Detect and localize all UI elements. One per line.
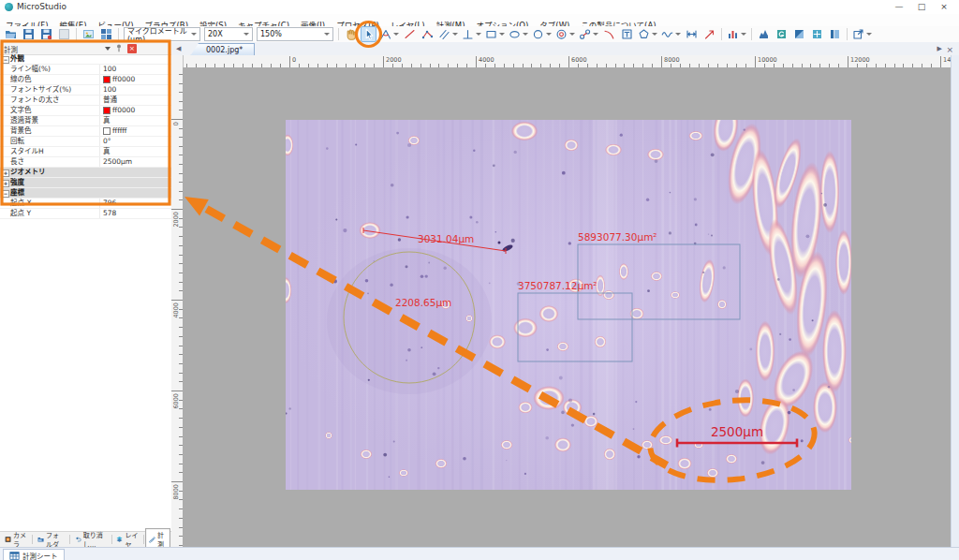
save-as-icon	[40, 28, 52, 40]
hist2-icon	[775, 28, 788, 40]
concentric-circle-tool[interactable]	[554, 26, 576, 42]
expand-collapse-icon[interactable]: −	[2, 190, 9, 198]
ruler-tick	[171, 300, 183, 301]
select-tool[interactable]	[361, 26, 376, 42]
panel-tab-label: フォルダ	[46, 530, 65, 549]
property-row-15[interactable]: 起点 Y578	[0, 209, 171, 219]
pin-icon[interactable]	[114, 43, 124, 53]
property-row-14[interactable]: 起点 X796	[0, 199, 171, 209]
polyline-tool[interactable]	[420, 26, 435, 42]
panel-title: 計測	[4, 44, 18, 54]
property-row-2[interactable]: 線の色ff0000	[0, 75, 171, 85]
angle-tool[interactable]	[378, 26, 400, 42]
property-row-10[interactable]: 長さ2500µm	[0, 157, 171, 168]
open-file-button[interactable]	[3, 26, 19, 42]
prop-value[interactable]: ff0000	[100, 106, 135, 115]
circle-tool[interactable]	[531, 26, 553, 42]
prop-value[interactable]: 100	[100, 85, 116, 95]
prop-value[interactable]: ffffff	[100, 126, 127, 136]
rectangle-tool[interactable]	[484, 26, 506, 42]
histogram-tool[interactable]	[756, 26, 772, 42]
parallel-tool[interactable]	[437, 26, 459, 42]
prop-value[interactable]: 2500µm	[100, 157, 132, 167]
close-button[interactable]: ×	[933, 0, 955, 14]
export-button-disabled[interactable]	[56, 26, 72, 42]
perpendicular-tool[interactable]	[461, 26, 482, 42]
property-row-3[interactable]: フォントサイズ(%)100	[0, 85, 171, 96]
section-row-13[interactable]: −座標	[0, 188, 171, 199]
maximize-button[interactable]: □	[910, 0, 933, 14]
section-row-0[interactable]: −外観	[0, 54, 171, 65]
prop-value[interactable]: 真	[100, 147, 111, 156]
measurement-sheet-tab[interactable]: 計測シート	[3, 549, 65, 560]
prop-value[interactable]: 0°	[100, 137, 111, 146]
link-tool[interactable]	[578, 26, 599, 42]
property-row-4[interactable]: フォントの太さ普通	[0, 96, 171, 106]
prop-value[interactable]: 普通	[100, 96, 117, 105]
export2-icon	[852, 28, 864, 40]
expand-collapse-icon[interactable]: +	[2, 169, 9, 177]
minimize-button[interactable]: —	[888, 0, 910, 14]
prop-value[interactable]: 100	[100, 65, 116, 74]
export-region-tool[interactable]	[851, 26, 873, 42]
section-row-11[interactable]: +ジオメトリ	[0, 168, 171, 178]
expand-collapse-icon[interactable]: −	[2, 56, 9, 64]
image-canvas[interactable]	[183, 67, 951, 547]
property-row-9[interactable]: スタイルH真	[0, 147, 171, 157]
save-icon	[22, 28, 35, 40]
ruler-label: 2000	[172, 212, 180, 228]
measurement-panel: 計測 × −外観ライン幅(%)100線の色ff0000フォントサイズ(%)100…	[0, 42, 172, 531]
tile-view-button[interactable]	[98, 26, 114, 42]
vertical-scrollbar[interactable]	[951, 55, 959, 547]
save-button[interactable]	[21, 26, 37, 42]
prop-value[interactable]: ff0000	[100, 75, 135, 84]
chevron-down-icon	[523, 33, 528, 36]
pan-tool[interactable]	[343, 26, 359, 42]
levels-tool[interactable]	[791, 26, 807, 42]
prop-label: 線の色	[0, 75, 100, 84]
section-row-12[interactable]: +強度	[0, 178, 171, 188]
unit-dropdown[interactable]: マイクロメートル (µm)	[124, 27, 200, 41]
arrow-tool[interactable]	[701, 26, 717, 42]
export-icon	[58, 28, 70, 40]
toolbar-separator	[847, 28, 848, 40]
save-as-button[interactable]	[38, 26, 54, 42]
ellipse-tool[interactable]	[508, 26, 529, 42]
equalize-tool[interactable]	[809, 26, 825, 42]
line-tool[interactable]	[402, 26, 418, 42]
expand-collapse-icon[interactable]: +	[2, 180, 9, 187]
tile-icon	[100, 28, 112, 40]
panel-close-icon[interactable]: ×	[127, 44, 137, 53]
prop-value[interactable]: 真	[100, 116, 111, 125]
tab-scroll-right-icon[interactable]: ▶	[937, 45, 942, 52]
arc-icon	[603, 28, 615, 40]
tab-close-icon[interactable]: ×	[946, 45, 953, 54]
property-row-7[interactable]: 背景色ffffff	[0, 126, 171, 137]
caliper-tool[interactable]	[684, 26, 700, 42]
microscope-image[interactable]	[286, 120, 851, 490]
profile-tool[interactable]	[774, 26, 789, 42]
prop-label: ライン幅(%)	[0, 65, 100, 74]
prop-value[interactable]: 796	[100, 199, 116, 208]
zoom-dropdown[interactable]: 150%	[257, 27, 333, 41]
property-row-6[interactable]: 透過背景真	[0, 116, 171, 126]
perpendicular-icon	[462, 28, 474, 40]
prop-label: 背景色	[0, 126, 100, 136]
matrix-tool[interactable]	[827, 26, 843, 42]
property-row-8[interactable]: 回転0°	[0, 137, 171, 147]
tab-scroll-left-icon[interactable]: ◀	[176, 45, 181, 52]
wave-tool[interactable]	[660, 26, 682, 42]
document-tab[interactable]: 0002.jpg*	[190, 43, 255, 56]
prop-label: 透過背景	[0, 116, 100, 125]
polygon-tool[interactable]	[637, 26, 658, 42]
chart-tool[interactable]	[726, 26, 747, 42]
property-row-5[interactable]: 文字色ff0000	[0, 106, 171, 116]
panel-menu-icon[interactable]	[105, 47, 111, 51]
prop-value[interactable]: 578	[100, 209, 116, 218]
property-row-1[interactable]: ライン幅(%)100	[0, 65, 171, 75]
text-tool[interactable]	[619, 26, 635, 42]
magnification-dropdown[interactable]: 20X	[204, 27, 253, 41]
browse-button[interactable]	[81, 26, 96, 42]
tab-separator	[32, 535, 33, 544]
arc-tool[interactable]	[601, 26, 617, 42]
